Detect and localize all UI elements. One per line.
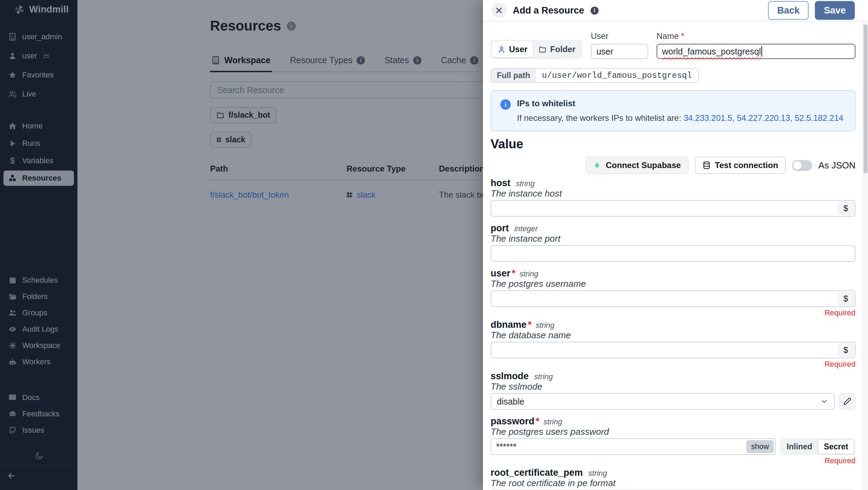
edit-options-button[interactable] <box>839 393 856 410</box>
drawer-scrollbar[interactable] <box>862 22 868 490</box>
secret-mode-toggle: Inlined Secret <box>780 438 856 455</box>
drawer-body: User Folder User user Name * world_famou… <box>483 22 868 490</box>
field-port: portinteger The instance port <box>491 223 856 262</box>
owner-folder-button[interactable]: Folder <box>533 41 581 57</box>
owner-user-button[interactable]: User <box>492 41 533 57</box>
scrollbar-thumb[interactable] <box>863 24 868 174</box>
info-icon <box>500 99 511 110</box>
password-input[interactable]: ****** <box>491 438 776 455</box>
required-hint: Required <box>491 360 856 368</box>
field-host: hoststring The instance host $ <box>491 178 856 217</box>
name-field-label: Name * <box>657 31 856 41</box>
chevron-down-icon <box>820 397 828 406</box>
drawer-backdrop[interactable] <box>0 0 483 490</box>
infobox-title: IPs to whitelist <box>517 99 843 108</box>
full-path-pill: Full path u/user/world_famous_postgresql <box>491 68 699 83</box>
text-cursor <box>761 46 762 57</box>
field-root-certificate-pem: root_certificate_pemstring The root cert… <box>491 467 856 490</box>
add-resource-drawer: Add a Resource Back Save User Folder Use… <box>483 0 868 490</box>
info-icon <box>591 7 599 15</box>
owner-input[interactable]: user <box>591 44 648 59</box>
connect-supabase-button[interactable]: Connect Supabase <box>586 157 688 174</box>
pencil-icon <box>843 397 851 406</box>
whitelist-ips: 34.233.201.5, 54.227.220.13, 52.5.182.21… <box>684 113 843 123</box>
close-drawer-button[interactable] <box>491 3 507 18</box>
field-dbname: dbname*string The database name $ Requir… <box>491 319 856 368</box>
secret-option[interactable]: Secret <box>818 440 854 454</box>
drawer-header: Add a Resource Back Save <box>483 0 868 22</box>
test-connection-button[interactable]: Test connection <box>695 157 786 174</box>
value-actions: Connect Supabase Test connection As JSON <box>491 156 856 174</box>
database-icon <box>702 161 711 169</box>
port-input[interactable] <box>491 245 856 262</box>
full-path-label: Full path <box>491 69 536 82</box>
value-section-title: Value <box>491 137 856 151</box>
as-json-toggle[interactable] <box>792 160 812 171</box>
field-password: password*string The postgres users passw… <box>491 416 856 465</box>
drawer-title: Add a Resource <box>513 5 584 16</box>
insert-variable-button[interactable]: $ <box>838 202 854 215</box>
user-icon <box>498 45 506 53</box>
dbname-input[interactable] <box>491 342 856 358</box>
infobox-body: If necessary, the workers IPs to whiteli… <box>517 113 843 123</box>
host-input[interactable] <box>491 200 856 217</box>
supabase-bolt-icon <box>593 161 602 169</box>
ips-whitelist-infobox: IPs to whitelist If necessary, the worke… <box>491 90 856 131</box>
inlined-option[interactable]: Inlined <box>781 440 818 454</box>
insert-variable-button[interactable]: $ <box>838 343 854 357</box>
required-hint: Required <box>491 456 856 465</box>
user-field-label: User <box>591 31 648 41</box>
full-path-value: u/user/world_famous_postgresql <box>536 69 698 82</box>
owner-kind-toggle: User Folder <box>491 40 583 59</box>
required-hint: Required <box>491 308 856 317</box>
path-row: User Folder User user Name * world_famou… <box>491 31 856 59</box>
insert-variable-button[interactable]: $ <box>838 292 854 305</box>
field-sslmode: sslmodestring The sslmode disable <box>491 371 856 410</box>
back-button[interactable]: Back <box>768 1 809 20</box>
sslmode-select[interactable]: disable <box>491 393 835 410</box>
as-json-label: As JSON <box>818 160 856 171</box>
field-user: user*string The postgres username $ Requ… <box>491 268 856 317</box>
resource-name-input[interactable]: world_famous_postgresql <box>657 44 856 59</box>
save-button[interactable]: Save <box>815 1 855 20</box>
user-input[interactable] <box>491 290 856 307</box>
close-icon <box>494 6 503 15</box>
folder-icon <box>539 45 546 53</box>
show-password-button[interactable]: show <box>746 440 773 453</box>
